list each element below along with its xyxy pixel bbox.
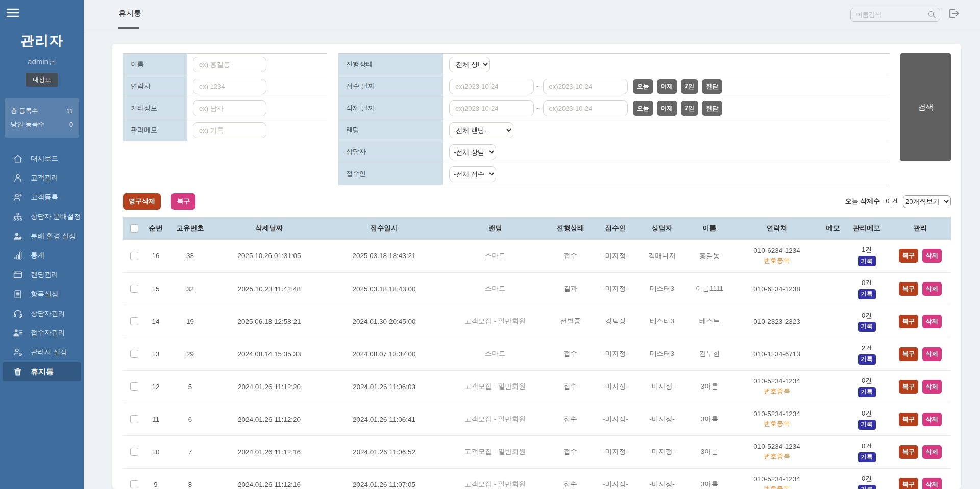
name-search-input[interactable] [850, 8, 940, 22]
row-delete-button[interactable]: 삭제 [922, 315, 942, 328]
row-restore-button[interactable]: 복구 [899, 445, 918, 459]
restore-button[interactable]: 복구 [171, 193, 195, 210]
cell-counselor: -미지정- [636, 468, 688, 489]
hamburger-menu-icon[interactable] [6, 8, 19, 18]
row-checkbox[interactable] [130, 480, 138, 488]
date-quick-button[interactable]: 오늘 [633, 79, 653, 94]
row-checkbox[interactable] [130, 285, 138, 293]
row-restore-button[interactable]: 복구 [899, 347, 918, 361]
record-badge-button[interactable]: 기록 [858, 452, 876, 462]
filter-text-input[interactable] [193, 79, 266, 94]
sidebar: 관리자 admin님 내정보 총 등록수 11 당일 등록수 0 대시보드 고객… [0, 0, 84, 489]
row-restore-button[interactable]: 복구 [899, 249, 918, 263]
sidebar-menu-label: 고객관리 [31, 173, 58, 183]
cell-row-number: 14 [145, 305, 166, 338]
sidebar-menu-item[interactable]: 고객관리 [3, 168, 81, 188]
row-delete-button[interactable]: 삭제 [922, 282, 942, 296]
row-delete-button[interactable]: 삭제 [922, 478, 942, 489]
search-icon[interactable] [927, 10, 936, 19]
sidebar-menu-item[interactable]: 관리자 설정 [3, 343, 81, 362]
user-up-icon [12, 347, 23, 358]
sidebar-menu-item[interactable]: 고객등록 [3, 188, 81, 207]
record-badge-button[interactable]: 기록 [858, 387, 876, 397]
row-delete-button[interactable]: 삭제 [922, 380, 942, 394]
filter-select[interactable]: -전체 접수인- [449, 166, 496, 182]
filter-text-input[interactable] [193, 122, 266, 138]
row-restore-button[interactable]: 복구 [899, 478, 918, 489]
cell-manage: 복구 삭제 [890, 305, 951, 338]
row-checkbox[interactable] [130, 252, 138, 260]
permanent-delete-button[interactable]: 영구삭제 [123, 193, 161, 210]
row-restore-button[interactable]: 복구 [899, 380, 918, 394]
date-quick-button[interactable]: 7일 [681, 79, 699, 94]
record-badge-button[interactable]: 기록 [858, 322, 876, 332]
date-quick-button[interactable]: 어제 [657, 79, 677, 94]
filter-select[interactable]: -전체 상태- [449, 57, 490, 72]
filter-label: 연락처 [123, 75, 187, 97]
sidebar-menu-item[interactable]: 대시보드 [3, 149, 81, 168]
sidebar-menu-item[interactable]: 랜딩관리 [3, 265, 81, 285]
row-checkbox[interactable] [130, 415, 138, 423]
filter-row: 접수 날짜~오늘어제7일한달 [338, 75, 890, 97]
select-all-checkbox[interactable] [130, 224, 138, 233]
row-delete-button[interactable]: 삭제 [922, 445, 942, 459]
sidebar-menu-item[interactable]: 휴지통 [3, 362, 81, 381]
filter-label: 접수 날짜 [338, 75, 443, 97]
row-restore-button[interactable]: 복구 [899, 413, 918, 426]
search-button[interactable]: 검색 [900, 53, 951, 161]
date-from-input[interactable] [449, 79, 534, 94]
table-header-row: 순번고유번호삭제날짜접수일시랜딩진행상태접수인상담자이름연락처메모관리메모관리 [123, 217, 951, 240]
sidebar-menu-item[interactable]: 통계 [3, 246, 81, 265]
date-quick-button[interactable]: 오늘 [633, 101, 653, 116]
record-badge-button[interactable]: 기록 [858, 485, 876, 489]
column-header: 관리 [890, 217, 951, 240]
cell-manage: 복구 삭제 [890, 403, 951, 435]
sidebar-menu-item[interactable]: 분배 환경 설정 [3, 226, 81, 246]
date-to-input[interactable] [543, 100, 628, 116]
tab-active-indicator [118, 27, 139, 29]
my-info-button[interactable]: 내정보 [26, 73, 58, 87]
cell-receiver: 강팀장 [595, 305, 636, 338]
date-quick-button[interactable]: 한달 [702, 79, 722, 94]
row-checkbox[interactable] [130, 317, 138, 325]
sidebar-menu-item[interactable]: 접수자관리 [3, 323, 81, 343]
row-checkbox[interactable] [130, 350, 138, 358]
date-from-input[interactable] [449, 100, 534, 116]
browser-window-icon [12, 269, 23, 280]
filter-text-input[interactable] [193, 57, 266, 72]
row-checkbox[interactable] [130, 382, 138, 391]
row-restore-button[interactable]: 복구 [899, 315, 918, 328]
row-delete-button[interactable]: 삭제 [922, 413, 942, 426]
filter-select[interactable]: -전체 상담자- [449, 144, 496, 160]
filter-select[interactable]: -전체 랜딩- [449, 122, 513, 138]
cell-received-date: 2024.01.26 11:06:03 [324, 370, 444, 403]
row-delete-button[interactable]: 삭제 [922, 249, 942, 263]
row-restore-button[interactable]: 복구 [899, 282, 918, 296]
record-badge-button[interactable]: 기록 [858, 289, 876, 299]
filter-label: 관리메모 [123, 119, 187, 141]
date-quick-button[interactable]: 7일 [681, 101, 699, 116]
filter-text-input[interactable] [193, 100, 266, 116]
cell-unique-id: 7 [166, 435, 214, 468]
date-to-input[interactable] [543, 79, 628, 94]
row-checkbox[interactable] [130, 448, 138, 456]
logout-icon[interactable] [948, 7, 961, 20]
cell-counselor: -미지정- [636, 435, 688, 468]
record-badge-button[interactable]: 기록 [858, 420, 876, 430]
cell-manage: 복구 삭제 [890, 370, 951, 403]
page-tab-title[interactable]: 휴지통 [118, 9, 141, 18]
sidebar-menu-item[interactable]: 상담자 분배설정 [3, 207, 81, 226]
page-size-select[interactable]: 20개씩보기 [903, 195, 951, 208]
record-badge-button[interactable]: 기록 [858, 256, 876, 266]
stat-value: 0 [69, 121, 73, 128]
sidebar-menu-item[interactable]: 상담자관리 [3, 304, 81, 323]
cell-landing: 스마트 [444, 338, 546, 370]
date-quick-button[interactable]: 한달 [702, 101, 722, 116]
cell-status: 선별중 [546, 305, 595, 338]
cell-admin-memo: 0건 기록 [844, 305, 890, 338]
sidebar-menu-item[interactable]: 항목설정 [3, 285, 81, 304]
row-delete-button[interactable]: 삭제 [922, 347, 942, 361]
memo-count: 0건 [844, 311, 890, 320]
date-quick-button[interactable]: 어제 [657, 101, 677, 116]
record-badge-button[interactable]: 기록 [858, 354, 876, 365]
